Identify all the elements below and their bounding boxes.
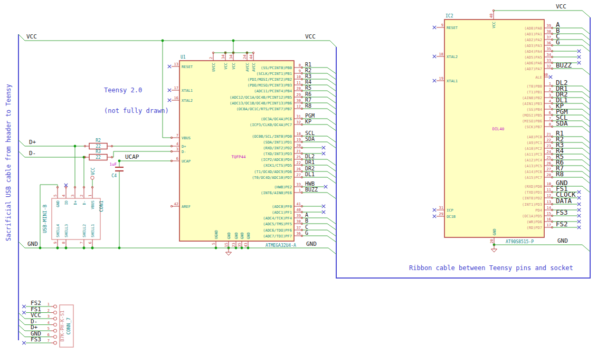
- text-label: (TXD/INT3)PD3: [263, 152, 292, 156]
- text-label: 16: [174, 96, 178, 100]
- text-label: (SCK)PB7: [524, 125, 542, 129]
- text-label: 29: [439, 212, 443, 216]
- text-label: (AIN1)PB3: [522, 102, 542, 106]
- pin-ring: [54, 341, 57, 344]
- text-label: (A9)PC1: [526, 141, 542, 145]
- usb-pin-1: VBUS1: [88, 186, 95, 209]
- text-label: AVCC: [252, 63, 256, 72]
- bus-entry: [582, 127, 590, 133]
- text-label: 43: [244, 243, 248, 247]
- text-label: 3: [549, 93, 551, 98]
- bus-entry: [327, 119, 336, 125]
- wire: [18, 242, 25, 248]
- text-label: 9: [53, 242, 58, 244]
- net-label: R8: [556, 170, 564, 178]
- note-teensy-line1: Teensy 2.0: [104, 87, 169, 94]
- usb-pin-6: SHELL16: [88, 224, 95, 250]
- text-label: 15: [547, 212, 551, 216]
- no-connect-x: [577, 208, 581, 212]
- text-label: 31: [439, 206, 443, 210]
- text-label: 1: [48, 302, 50, 306]
- text-label: SHELL2: [82, 224, 87, 237]
- resistor-r3-value: 22: [96, 155, 101, 160]
- text-label: VCC: [492, 22, 496, 28]
- text-label: (A12)PC4: [524, 158, 542, 162]
- resistor-r2: R222: [84, 138, 112, 149]
- c4-value: 1uF: [109, 162, 117, 167]
- bus-entry: [327, 85, 336, 91]
- text-label: 39: [547, 24, 551, 28]
- text-label: 14: [547, 206, 551, 210]
- net-label: R2: [305, 68, 311, 73]
- no-connect-x: [577, 55, 581, 59]
- net-label: VCC: [305, 33, 316, 40]
- text-label: 20: [490, 239, 494, 243]
- text-label: 31: [297, 114, 301, 119]
- text-label: (MISO)PB6: [522, 119, 542, 123]
- text-label: D+: [73, 200, 78, 205]
- text-label: 36: [297, 232, 301, 236]
- text-label: 34: [229, 55, 233, 59]
- net-label: GND: [27, 241, 38, 247]
- text-label: 33: [297, 183, 301, 187]
- bus-entry: [327, 97, 336, 103]
- text-label: ICP: [447, 208, 453, 213]
- text-label: 4: [62, 195, 66, 197]
- text-label: PD4: [535, 208, 542, 213]
- text-label: 25: [297, 155, 301, 159]
- bus-entry: [582, 103, 590, 110]
- net-label: R4: [305, 79, 311, 85]
- gnd-symbol: [491, 249, 497, 252]
- text-label: (ADC13/OC1B/OC4B/PCINT13)PB6: [230, 101, 292, 106]
- net-label: VCC: [26, 33, 37, 40]
- text-label: XTAL1: [447, 79, 458, 83]
- text-label: (INT6/AIN0)PE6: [261, 191, 292, 195]
- junction-dot: [118, 160, 121, 162]
- text-label: (PDO/MISO/PCINT3)PB3: [248, 83, 292, 88]
- junction-dot: [83, 247, 86, 250]
- wire: [18, 151, 25, 158]
- text-label: (ADC11/PCINT4)PB4: [254, 89, 292, 93]
- text-label: 30: [544, 73, 548, 77]
- text-label: 6: [176, 157, 178, 161]
- text-label: (INT0)PD2: [522, 196, 542, 200]
- text-label: 41: [297, 202, 301, 206]
- no-connect-x: [577, 226, 581, 229]
- text-label: (A8)PC0: [526, 135, 542, 139]
- text-label: 11: [297, 81, 301, 85]
- pin-ring: [54, 323, 57, 327]
- text-label: 3: [48, 314, 50, 319]
- net-label: R7: [305, 97, 311, 103]
- bus-entry: [18, 325, 25, 331]
- net-label: A: [305, 212, 308, 218]
- text-label: XTAL2: [182, 99, 193, 103]
- bus-entry: [327, 159, 336, 166]
- net-label: D-: [29, 150, 36, 157]
- text-label: 40: [297, 208, 301, 212]
- usb-pin-5: GND5: [53, 186, 60, 207]
- bus-entry: [582, 160, 590, 166]
- bus-entry: [582, 45, 590, 52]
- text-label: 23: [547, 144, 551, 148]
- ic2-ref: IC2: [446, 14, 453, 18]
- junction-dot: [162, 40, 164, 42]
- bus-entry: [582, 11, 590, 17]
- text-label: (SCLK/PCINT1)PB1: [257, 72, 292, 76]
- u1-value: ATMEGA32U4-A: [266, 243, 296, 248]
- text-label: 22: [547, 138, 551, 142]
- text-label: 38: [547, 30, 551, 34]
- bus-entry: [327, 73, 336, 80]
- bus-entry: [327, 193, 336, 199]
- text-label: (XCK1/CTS)PD5: [263, 164, 292, 168]
- bus-entry: [18, 319, 25, 325]
- text-label: 23: [232, 243, 236, 247]
- bus-entry: [18, 331, 25, 337]
- junction-dot: [247, 247, 250, 250]
- text-label: 28: [297, 87, 301, 91]
- text-label: 4: [176, 142, 178, 146]
- ic2-footprint: DIL40: [492, 127, 505, 131]
- text-label: 21: [547, 132, 551, 137]
- no-connect-x: [577, 220, 581, 223]
- net-label: R5: [305, 85, 311, 91]
- junction-dot: [91, 247, 94, 250]
